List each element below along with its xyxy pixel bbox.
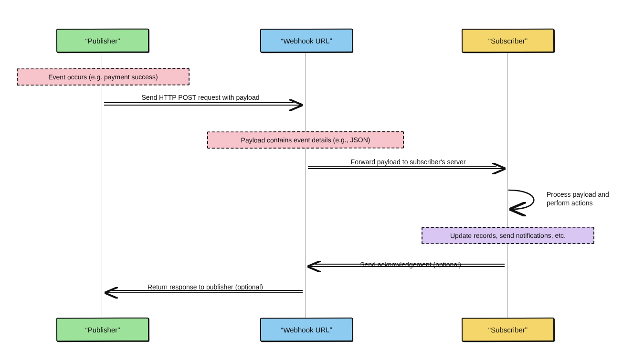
- note-update-records: Update records, send notifications, etc.: [422, 227, 594, 245]
- label-send-ack: Send acknowledgement (optional): [339, 260, 482, 269]
- arrow-layer: [0, 0, 644, 363]
- actor-label: "Webhook URL": [281, 325, 332, 333]
- message-text: Send acknowledgement (optional): [360, 261, 461, 268]
- note-text: Payload contains event details (e.g., JS…: [241, 136, 370, 144]
- message-text: Return response to publisher (optional): [148, 283, 263, 291]
- lifeline-publisher: [102, 48, 102, 318]
- actor-subscriber-top: "Subscriber": [462, 29, 554, 53]
- message-text: Process payload and perform actions: [547, 191, 609, 207]
- arrow-send-post: [104, 103, 301, 105]
- actor-label: "Subscriber": [488, 325, 528, 333]
- label-self-process: Process payload and perform actions: [547, 190, 633, 207]
- actor-webhook-top: "Webhook URL": [260, 29, 353, 53]
- note-text: Event occurs (e.g. payment success): [48, 73, 158, 81]
- actor-label: "Publisher": [85, 325, 120, 333]
- lifeline-subscriber: [507, 48, 507, 318]
- note-payload-details: Payload contains event details (e.g., JS…: [207, 131, 404, 149]
- actor-label: "Subscriber": [488, 36, 528, 44]
- note-text: Update records, send notifications, etc.: [450, 232, 566, 239]
- message-text: Forward payload to subscriber's server: [351, 158, 466, 166]
- note-event-occurs: Event occurs (e.g. payment success): [17, 68, 190, 86]
- actor-webhook-bottom: "Webhook URL": [260, 318, 353, 342]
- label-forward-payload: Forward payload to subscriber's server: [341, 158, 475, 166]
- lifeline-webhook: [306, 48, 306, 318]
- actor-publisher-top: "Publisher": [56, 29, 149, 53]
- actor-publisher-bottom: "Publisher": [56, 318, 149, 342]
- message-text: Send HTTP POST request with payload: [142, 94, 260, 101]
- actor-subscriber-bottom: "Subscriber": [462, 318, 554, 342]
- sequence-diagram: "Publisher" "Webhook URL" "Subscriber" "…: [0, 0, 644, 363]
- actor-label: "Publisher": [85, 36, 120, 44]
- label-send-post: Send HTTP POST request with payload: [134, 93, 267, 102]
- arrow-forward-payload: [308, 166, 504, 169]
- arrow-self-process: [508, 190, 534, 209]
- label-return-response: Return response to publisher (optional): [143, 283, 267, 291]
- actor-label: "Webhook URL": [281, 36, 332, 44]
